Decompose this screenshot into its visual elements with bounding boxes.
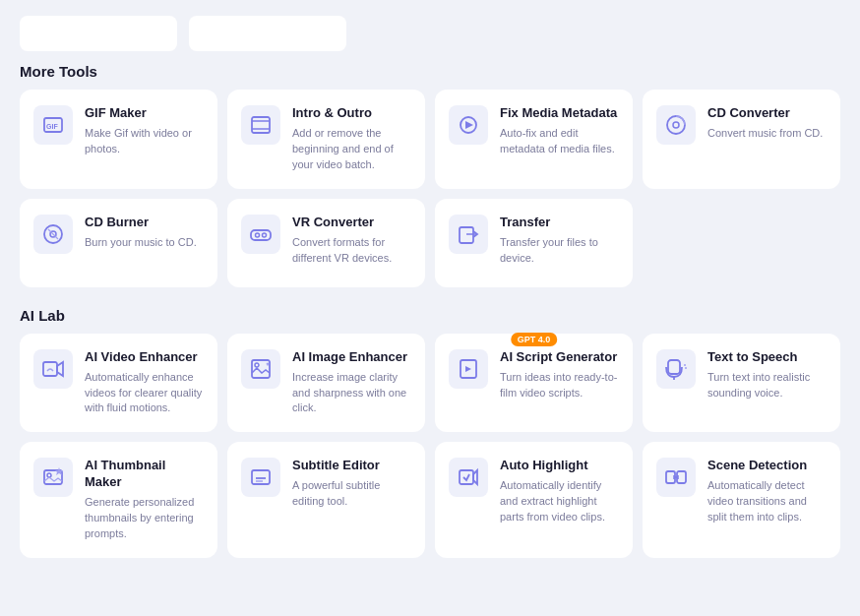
tool-desc: Increase image clarity and sharpness wit… [292,370,411,417]
tool-desc: Generate personalized thumbnails by ente… [85,495,204,542]
highlight-icon [449,458,488,497]
tool-card-ai-script-generator[interactable]: GPT 4.0 AI Script Generator Turn ideas i… [435,334,633,433]
tool-card-gif-maker[interactable]: GIF GIF Maker Make Gif with video or pho… [20,90,217,189]
tool-name: Scene Detection [707,458,827,474]
svg-text:GIF: GIF [46,123,58,130]
tool-name: CD Converter [707,105,827,122]
svg-rect-19 [252,360,270,378]
svg-rect-12 [251,230,271,240]
tool-card-cd-converter[interactable]: CD Converter Convert music from CD. [643,90,840,189]
ai-video-icon [33,349,73,389]
tool-info: Text to Speech Turn text into realistic … [707,349,827,401]
tool-card-subtitle-editor[interactable]: Subtitle Editor A powerful subtitle edit… [227,442,425,558]
burner-icon [33,215,73,254]
tool-name: Fix Media Metadata [500,105,619,122]
tool-name: Subtitle Editor [292,458,411,474]
thumbnail-icon [33,458,73,497]
tool-info: Scene Detection Automatically detect vid… [707,458,827,525]
tool-card-text-to-speech[interactable]: Text to Speech Turn text into realistic … [643,334,840,433]
tool-info: AI Thumbnail Maker Generate personalized… [85,458,204,542]
tool-desc: Turn text into realistic sounding voice. [707,370,827,401]
top-bar-button-2[interactable] [189,16,346,51]
tool-desc: Add or remove the beginning and end of y… [292,126,411,173]
svg-marker-6 [465,121,473,129]
tool-desc: Automatically enhance videos for clearer… [85,370,204,417]
tool-card-ai-image-enhancer[interactable]: AI Image Enhancer Increase image clarity… [227,334,425,433]
tool-desc: Automatically identify and extract highl… [500,478,619,525]
tool-desc: A powerful subtitle editing tool. [292,478,411,510]
cd-icon [656,105,696,145]
tool-info: Subtitle Editor A powerful subtitle edit… [292,458,411,510]
svg-point-8 [673,122,679,128]
tool-card-transfer[interactable]: Transfer Transfer your files to device. [435,199,633,287]
tool-card-fix-media-metadata[interactable]: Fix Media Metadata Auto-fix and edit met… [435,90,633,189]
tool-card-scene-detection[interactable]: Scene Detection Automatically detect vid… [643,442,840,558]
tool-info: AI Script Generator Turn ideas into read… [500,349,619,401]
ai-lab-grid: AI Video Enhancer Automatically enhance … [0,334,860,574]
svg-rect-32 [460,470,473,484]
tool-info: GIF Maker Make Gif with video or photos. [85,105,204,157]
gif-icon: GIF [33,105,73,145]
subtitle-icon [241,458,280,497]
tool-info: CD Burner Burn your music to CD. [85,215,204,251]
svg-point-13 [256,233,260,237]
tool-name: Text to Speech [707,349,827,366]
svg-rect-15 [460,227,473,243]
tool-name: Transfer [500,215,619,231]
more-tools-grid: GIF GIF Maker Make Gif with video or pho… [0,90,860,303]
tool-info: Fix Media Metadata Auto-fix and edit met… [500,105,619,157]
tool-info: AI Video Enhancer Automatically enhance … [85,349,204,417]
top-bar [0,0,860,63]
tool-card-cd-burner[interactable]: CD Burner Burn your music to CD. [20,199,217,287]
tool-name: AI Script Generator [500,349,619,366]
tool-name: VR Converter [292,215,411,231]
transfer-icon [449,215,488,254]
more-tools-label: More Tools [0,63,860,90]
svg-rect-23 [668,360,680,374]
tool-name: GIF Maker [85,105,204,122]
tool-desc: Turn ideas into ready-to-film video scri… [500,370,619,401]
tool-name: Intro & Outro [292,105,411,122]
tool-info: Auto Highlight Automatically identify an… [500,458,619,525]
tool-card-auto-highlight[interactable]: Auto Highlight Automatically identify an… [435,442,633,558]
tool-card-intro-outro[interactable]: Intro & Outro Add or remove the beginnin… [227,90,425,189]
tool-desc: Convert music from CD. [707,126,827,142]
tool-desc: Make Gif with video or photos. [85,126,204,157]
tts-icon [656,349,696,389]
ai-image-icon [241,349,280,389]
svg-point-20 [255,363,259,367]
tool-name: AI Image Enhancer [292,349,411,366]
tool-desc: Automatically detect video transitions a… [707,478,827,525]
intro-icon [241,105,280,145]
tool-info: Intro & Outro Add or remove the beginnin… [292,105,411,173]
vr-icon [241,215,280,254]
tool-info: AI Image Enhancer Increase image clarity… [292,349,411,417]
tool-card-ai-video-enhancer[interactable]: AI Video Enhancer Automatically enhance … [20,334,217,433]
more-tools-section: More Tools GIF GIF Maker Make Gif with v… [0,63,860,303]
ai-script-icon [449,349,488,389]
tool-info: VR Converter Convert formats for differe… [292,215,411,267]
svg-rect-2 [252,117,270,133]
svg-rect-29 [252,470,270,484]
svg-point-14 [263,233,267,237]
scene-icon [656,458,696,497]
tool-desc: Transfer your files to device. [500,235,619,267]
tool-name: AI Video Enhancer [85,349,204,366]
tool-card-vr-converter[interactable]: VR Converter Convert formats for differe… [227,199,425,287]
tool-desc: Burn your music to CD. [85,235,204,251]
ai-lab-label: AI Lab [0,307,860,334]
tool-name: Auto Highlight [500,458,619,474]
tool-info: Transfer Transfer your files to device. [500,215,619,267]
gpt-badge: GPT 4.0 [511,333,558,346]
top-bar-button-1[interactable] [20,16,177,51]
svg-marker-18 [57,362,63,376]
tool-desc: Convert formats for different VR devices… [292,235,411,267]
ai-lab-section: AI Lab AI Video Enhancer Automatically e… [0,307,860,574]
metadata-icon [449,105,488,145]
tool-card-ai-thumbnail-maker[interactable]: AI Thumbnail Maker Generate personalized… [20,442,217,558]
tool-name: CD Burner [85,215,204,231]
tool-name: AI Thumbnail Maker [85,458,204,491]
svg-marker-22 [465,366,471,372]
tool-desc: Auto-fix and edit metadata of media file… [500,126,619,157]
tool-info: CD Converter Convert music from CD. [707,105,827,142]
